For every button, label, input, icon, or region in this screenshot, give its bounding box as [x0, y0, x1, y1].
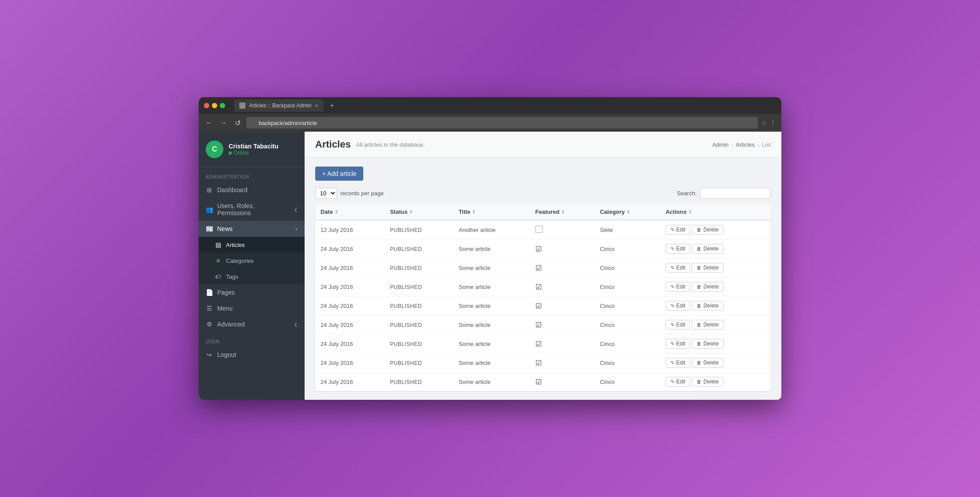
sidebar-item-users[interactable]: 👥 Users, Roles, Permissions ❮ — [199, 198, 305, 221]
edit-button-5[interactable]: ✎ Edit — [666, 320, 690, 330]
breadcrumb-admin[interactable]: Admin — [712, 141, 729, 148]
col-category[interactable]: Category ⇕ — [595, 204, 660, 220]
news-submenu: ▤ Articles ≡ Categories 🏷 Tags — [199, 237, 305, 285]
edit-button-7[interactable]: ✎ Edit — [666, 358, 690, 368]
delete-button-5[interactable]: 🗑 Delete — [692, 320, 724, 330]
breadcrumb-articles[interactable]: Articles — [736, 141, 755, 148]
cell-actions-2: ✎ Edit 🗑 Delete — [660, 258, 771, 277]
table-row: 12 July 2016 PUBLISHED Another article S… — [315, 220, 771, 239]
sidebar-item-menu[interactable]: ☰ Menu — [199, 300, 305, 316]
cell-date-5: 24 July 2016 — [315, 315, 384, 334]
col-date[interactable]: Date ⇕ — [315, 204, 384, 220]
delete-button-1[interactable]: 🗑 Delete — [692, 244, 724, 254]
breadcrumb-current: List — [762, 141, 771, 148]
delete-button-7[interactable]: 🗑 Delete — [692, 358, 724, 368]
cell-category-4: Cinco — [595, 296, 660, 315]
breadcrumb-sep-2: › — [757, 141, 759, 148]
delete-button-0[interactable]: 🗑 Delete — [692, 225, 724, 235]
traffic-lights — [204, 103, 225, 108]
sidebar-dashboard-label: Dashboard — [217, 186, 248, 193]
edit-button-6[interactable]: ✎ Edit — [666, 339, 690, 349]
tab-close-button[interactable]: ✕ — [315, 103, 318, 108]
delete-icon: 🗑 — [697, 322, 701, 327]
browser-tab[interactable]: Articles :: Backpack Admin ✕ — [234, 99, 324, 112]
sidebar-item-news[interactable]: 📰 News ▾ — [199, 221, 305, 237]
edit-button-8[interactable]: ✎ Edit — [666, 377, 690, 387]
table-header-row: Date ⇕ Status ⇕ — [315, 204, 771, 220]
edit-button-0[interactable]: ✎ Edit — [666, 225, 690, 235]
cell-date-2: 24 July 2016 — [315, 258, 384, 277]
avatar: C — [206, 140, 223, 158]
cell-date-7: 24 July 2016 — [315, 353, 384, 372]
col-status[interactable]: Status ⇕ — [384, 204, 453, 220]
cell-category-0: Siete — [595, 220, 660, 239]
delete-button-6[interactable]: 🗑 Delete — [692, 339, 724, 349]
sidebar-item-logout[interactable]: ↪ Logout — [199, 347, 305, 363]
close-button[interactable] — [204, 103, 209, 108]
cell-status-1: PUBLISHED — [384, 239, 453, 258]
sidebar-item-dashboard[interactable]: ⊞ Dashboard — [199, 182, 305, 198]
user-status: Online — [229, 150, 279, 156]
edit-button-1[interactable]: ✎ Edit — [666, 244, 690, 254]
sidebar-item-advanced[interactable]: ⚙ Advanced ❮ — [199, 316, 305, 332]
cell-featured-5: ☑ — [530, 315, 595, 334]
per-page-select[interactable]: 10 25 50 — [315, 188, 337, 199]
sidebar: C Cristian Tabacitu Online ADMINISTRATIO… — [199, 132, 305, 400]
dashboard-icon: ⊞ — [206, 186, 213, 193]
sidebar-item-logout-left: ↪ Logout — [206, 351, 236, 358]
delete-icon: 🗑 — [697, 303, 701, 308]
sidebar-item-news-left: 📰 News — [206, 225, 233, 232]
delete-button-4[interactable]: 🗑 Delete — [692, 301, 724, 311]
user-info: Cristian Tabacitu Online — [229, 143, 279, 156]
minimize-button[interactable] — [212, 103, 217, 108]
more-options-icon[interactable]: ⋮ — [770, 119, 776, 126]
date-sort-icon: ⇕ — [335, 209, 338, 214]
refresh-button[interactable]: ↺ — [232, 118, 243, 128]
delete-button-2[interactable]: 🗑 Delete — [692, 263, 724, 273]
news-chevron-icon: ▾ — [295, 227, 298, 231]
edit-button-2[interactable]: ✎ Edit — [666, 263, 690, 273]
delete-button-8[interactable]: 🗑 Delete — [692, 377, 724, 387]
cell-category-2: Cinco — [595, 258, 660, 277]
category-sort-icon: ⇕ — [626, 209, 630, 214]
cell-status-2: PUBLISHED — [384, 258, 453, 277]
col-title[interactable]: Title ⇕ — [453, 204, 530, 220]
address-bar[interactable] — [246, 117, 758, 129]
cell-featured-0 — [530, 220, 595, 239]
address-bar-container: 🔒 — [246, 117, 758, 129]
user-name: Cristian Tabacitu — [229, 143, 279, 150]
cell-actions-5: ✎ Edit 🗑 Delete — [660, 315, 771, 334]
cell-category-3: Cinco — [595, 277, 660, 296]
delete-button-3[interactable]: 🗑 Delete — [692, 282, 724, 292]
col-featured[interactable]: Featured ⇕ — [530, 204, 595, 220]
table-row: 24 July 2016 PUBLISHED Some article ☑ Ci… — [315, 296, 771, 315]
maximize-button[interactable] — [220, 103, 225, 108]
edit-icon: ✎ — [671, 341, 675, 347]
table-row: 24 July 2016 PUBLISHED Some article ☑ Ci… — [315, 277, 771, 296]
edit-icon: ✎ — [671, 379, 675, 385]
sidebar-item-categories-left: ≡ Categories — [215, 257, 254, 264]
sidebar-item-categories[interactable]: ≡ Categories — [199, 253, 305, 269]
table-body: 12 July 2016 PUBLISHED Another article S… — [315, 220, 771, 391]
search-input[interactable] — [700, 188, 771, 199]
delete-icon: 🗑 — [697, 227, 701, 232]
sidebar-item-articles[interactable]: ▤ Articles — [199, 237, 305, 253]
sidebar-pages-label: Pages — [217, 289, 235, 296]
back-button[interactable]: ← — [204, 118, 215, 128]
edit-icon: ✎ — [671, 322, 675, 328]
bookmark-icon[interactable]: ☆ — [761, 119, 767, 126]
sidebar-item-pages[interactable]: 📄 Pages — [199, 285, 305, 300]
logout-icon: ↪ — [206, 351, 213, 358]
pages-icon: 📄 — [206, 289, 213, 296]
cell-actions-0: ✎ Edit 🗑 Delete — [660, 220, 771, 239]
sidebar-item-tags[interactable]: 🏷 Tags — [199, 269, 305, 285]
edit-button-4[interactable]: ✎ Edit — [666, 301, 690, 311]
cell-actions-1: ✎ Edit 🗑 Delete — [660, 239, 771, 258]
new-tab-button[interactable]: + — [327, 102, 336, 110]
browser-titlebar: Articles :: Backpack Admin ✕ + — [199, 97, 781, 114]
forward-button[interactable]: → — [218, 118, 229, 128]
edit-button-3[interactable]: ✎ Edit — [666, 282, 690, 292]
add-article-button[interactable]: + Add article — [315, 167, 363, 181]
col-actions[interactable]: Actions ⇕ — [660, 204, 771, 220]
cell-category-6: Cinco — [595, 334, 660, 353]
